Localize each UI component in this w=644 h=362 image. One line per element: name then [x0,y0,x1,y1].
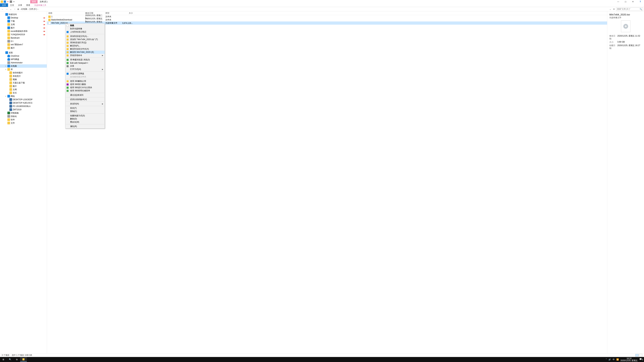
tree-twisty[interactable]: > [5,65,7,67]
tree-item[interactable]: DESKTOP-NJEU3CG [0,101,47,105]
menu-item[interactable]: 刻录光盘映像 [66,27,105,30]
menu-item[interactable]: 解压到当前文件夹(X) [66,47,105,51]
pin-icon: 📌 [43,30,46,32]
file-row[interactable]: BaiduNetdiskDownload2020/12/25, 星期五 1...… [47,18,244,21]
tree-item[interactable]: win7重装win7 [0,43,47,46]
tree-item[interactable]: 快速访问 [0,13,47,16]
menu-item[interactable]: 使用 360解除占用 [66,80,105,83]
tree-item[interactable]: OneDrive [0,54,47,58]
file-row[interactable]: 12020/12/15, 星期二 1...文件夹 [47,15,244,18]
tree-twisty[interactable]: > [5,95,7,97]
tree-item[interactable]: 文档📌 [0,23,47,26]
ribbon-tabs: 文件 主页 共享 查看 光盘映像工具 [0,3,244,7]
tree-item[interactable]: DESKTOP-LSSOEDP [0,98,47,101]
tree-item[interactable]: PC-20190530OBLA [0,105,47,108]
navigation-tree[interactable]: 快速访问Desktop📌下载📌文档📌图片📌excel表格制作求和📌YUNQISH… [0,11,47,137]
tree-item[interactable]: 文档 [0,88,47,91]
breadcrumb-sep[interactable]: › [28,8,28,10]
menu-item[interactable]: 添加到 "Win7x64_2020.zip" (T) [66,38,105,41]
menu-item[interactable]: 创建快捷方式(S) [66,114,105,117]
title-bar: 管理 文档 (E:) — ◻ ✕ ? [0,0,244,3]
tree-item[interactable]: excel表格制作求和📌 [0,29,47,33]
tree-item[interactable]: 天翼云盘下载 [0,81,47,84]
menu-icon [66,27,69,30]
tree-item[interactable]: YUNQISHI2019📌 [0,33,47,36]
folder-icon [10,75,12,77]
menu-item[interactable]: 上传到有道云笔记 [66,30,105,33]
menu-item[interactable]: 使用 360进行木马云查杀 [66,86,105,89]
tree-item[interactable]: >库 [0,68,47,71]
tree-item[interactable]: 软件 [0,118,47,121]
menu-item[interactable]: 解压到(F)... [66,44,105,47]
tree-item[interactable]: ZMT2019 [0,108,47,111]
nav-forward-button[interactable]: → [5,8,8,10]
tree-item[interactable]: 图片 [0,84,47,88]
tree-item[interactable]: >此电脑 [0,64,47,68]
folder-icon [8,118,10,121]
tree-item[interactable]: 保存的图片 [0,71,47,74]
breadcrumb-sep[interactable]: › [38,8,38,10]
tree-item[interactable]: 本机照片 [0,74,47,78]
tab-home[interactable]: 主页 [8,3,16,7]
nav-back-button[interactable]: ← [1,8,4,10]
menu-item[interactable]: 添加到压缩文件(A)... [66,35,105,38]
tree-item[interactable]: Desktop📌 [0,16,47,19]
folder-icon [10,108,12,111]
menu-icon [66,38,69,41]
ribbon-context-tab[interactable]: 管理 [30,0,38,3]
tab-view[interactable]: 查看 [24,3,32,7]
nav-recent-dropdown[interactable]: ⌄ [9,8,12,10]
pin-icon: 📌 [43,16,46,19]
menu-item[interactable]: Edit with Notepad++ [66,61,105,64]
nav-up-button[interactable]: ↑ [13,8,16,10]
menu-item[interactable]: 用360压缩打开(Q) [66,41,105,44]
breadcrumb-item[interactable]: 文档 (E:) [29,8,37,10]
tree-item[interactable]: 视频 [0,78,47,81]
tree-label: 图片 [13,85,17,88]
context-menu[interactable]: 装载刻录光盘映像上传到有道云笔记添加到压缩文件(A)...添加到 "Win7x6… [65,23,105,129]
menu-item[interactable]: 使用 360强力删除 [66,83,105,86]
menu-item[interactable]: 属性(R) [66,125,105,128]
menu-item[interactable]: 复制(C) [66,110,105,113]
tab-disc-tools[interactable]: 光盘映像工具 [32,3,48,7]
breadcrumb[interactable]: 🖥 › 此电脑 › 文档 (E:) › [17,8,38,10]
tree-item[interactable]: 图片 [0,46,47,50]
tree-item[interactable]: WPS网盘 [0,58,47,61]
menu-item[interactable]: 重命名(M) [66,120,105,124]
col-type[interactable]: 类型 [104,12,121,14]
tree-item[interactable]: Bandicam [0,36,47,39]
tab-file[interactable]: 文件 [0,3,8,7]
menu-item[interactable]: 上传到百度网盘 [66,72,105,75]
menu-icon [66,31,69,33]
tree-twisty[interactable]: > [5,68,7,70]
tree-item[interactable]: 音乐 [0,91,47,94]
tab-share[interactable]: 共享 [16,3,24,7]
col-name[interactable]: 名称 [47,12,84,14]
menu-item[interactable]: 共享 [66,64,105,68]
breadcrumb-item[interactable]: 此电脑 [21,8,27,10]
menu-item[interactable]: 使用 360管理右键菜单 [66,89,105,92]
menu-item[interactable]: 通过QQ发送到 [66,93,105,97]
tree-item[interactable]: 控制面板 [0,111,47,115]
tree-label: YUNQISHI2019 [11,33,25,36]
menu-item[interactable]: 装载 [66,24,105,27]
tree-item[interactable]: 桌面 [0,51,47,54]
tree-item[interactable]: Administrator [0,61,47,64]
menu-item[interactable]: 解压到 Win7x64_2020\ (E) [66,51,105,54]
menu-item[interactable]: 删除(D) [66,117,105,120]
column-headers[interactable]: 名称 修改日期 类型 大小 [47,11,244,15]
tree-item[interactable]: >网络 [0,94,47,98]
tree-item[interactable]: 图片📌 [0,26,47,29]
menu-item[interactable]: 还原以前的版本(V) [66,98,105,101]
breadcrumb-sep[interactable]: › [20,8,20,10]
menu-item[interactable]: 其他压缩命令▶ [66,54,105,57]
menu-item[interactable]: 用 蜂蜜浏览器 浏览(3) [66,58,105,61]
menu-item[interactable]: 打开方式(H)▶ [66,68,105,71]
menu-item[interactable]: 发送到(N)▶ [66,102,105,105]
tree-item[interactable]: 下载📌 [0,19,47,23]
tree-item[interactable]: G:\ [0,39,47,43]
menu-item[interactable]: 剪切(T) [66,107,105,110]
col-size[interactable]: 大小 [121,12,134,14]
tree-item[interactable]: 文件 [0,121,47,125]
tree-item[interactable]: 回收站 [0,115,47,118]
